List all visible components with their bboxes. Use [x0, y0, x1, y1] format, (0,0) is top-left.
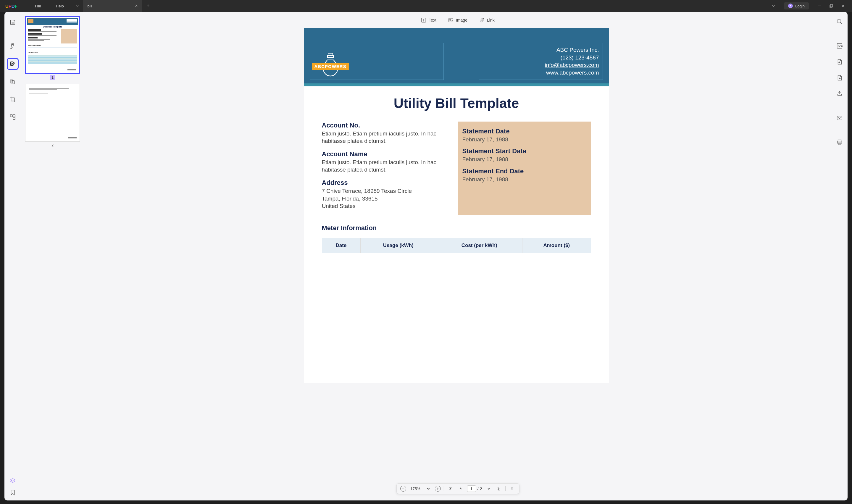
tab-title: bill — [88, 4, 92, 8]
dropdown-icon[interactable] — [769, 1, 778, 10]
new-tab-button[interactable]: + — [142, 0, 154, 12]
minimize-button[interactable] — [815, 1, 824, 10]
login-label: Login — [795, 4, 805, 8]
separator — [781, 3, 781, 8]
tab-close-icon[interactable]: × — [135, 3, 138, 8]
avatar-icon — [788, 3, 793, 8]
menu-help[interactable]: Help — [49, 4, 71, 8]
separator — [23, 3, 23, 8]
svg-rect-2 — [830, 5, 832, 7]
titlebar: UPDF File Help bill × + Login — [0, 0, 852, 12]
close-button[interactable] — [839, 1, 848, 10]
maximize-button[interactable] — [827, 1, 836, 10]
tab-dropdown[interactable] — [71, 0, 83, 12]
app-logo: UPDF — [0, 3, 23, 8]
login-button[interactable]: Login — [784, 2, 809, 10]
svg-rect-3 — [830, 4, 833, 7]
svg-point-0 — [790, 5, 791, 6]
tabs-area: bill × + — [71, 0, 769, 12]
titlebar-right: Login — [769, 1, 852, 10]
menu-file[interactable]: File — [28, 4, 49, 8]
document-tab[interactable]: bill × — [83, 0, 142, 12]
